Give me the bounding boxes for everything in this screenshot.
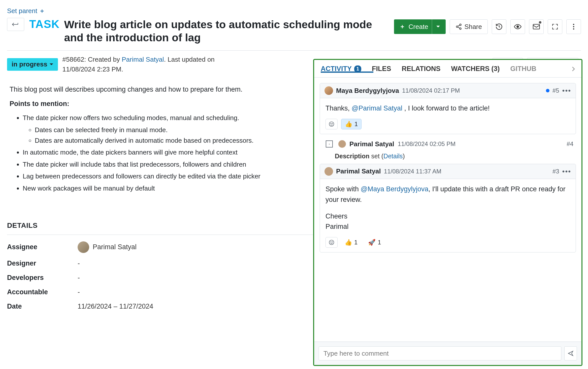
- thumbs-up-icon: 👍: [345, 121, 352, 128]
- share-label: Share: [465, 23, 482, 31]
- reaction-chip[interactable]: 👍 1: [341, 237, 361, 247]
- create-button[interactable]: Create: [394, 19, 446, 34]
- kebab-icon: [573, 24, 574, 30]
- activity-panel: ACTIVITY 1 FILES RELATIONS WATCHERS (3) …: [313, 59, 582, 366]
- system-sequence[interactable]: #4: [567, 140, 573, 147]
- developers-label: Developers: [7, 274, 78, 282]
- comment-text: Thanks,: [325, 104, 352, 112]
- created-by-label: Created by: [88, 56, 120, 63]
- comment-text: Spoke with: [325, 185, 361, 193]
- svg-point-8: [329, 122, 334, 126]
- header-divider: [7, 50, 581, 51]
- avatar: [338, 140, 346, 148]
- create-dropdown-toggle[interactable]: [432, 19, 444, 34]
- smiley-icon: [329, 240, 334, 245]
- avatar: [324, 167, 333, 176]
- status-dropdown[interactable]: in progress: [7, 58, 58, 71]
- designer-value: -: [78, 260, 80, 267]
- svg-point-11: [329, 240, 334, 245]
- smiley-icon: [329, 121, 334, 127]
- chevron-right-icon: [572, 66, 575, 71]
- activity-system-entry: ◦ Parimal Satyal 11/08/2024 02:05 PM #4 …: [320, 138, 576, 164]
- comment-sequence[interactable]: #3: [552, 168, 559, 175]
- tab-files[interactable]: FILES: [372, 65, 391, 73]
- system-author[interactable]: Parimal Satyal: [349, 140, 394, 148]
- comment-timestamp: 11/08/2024 02:17 PM: [402, 87, 460, 94]
- mention-link[interactable]: @Parimal Satyal: [352, 104, 402, 112]
- activity-comment: Parimal Satyal 11/08/2024 11:37 AM #3 ••…: [320, 164, 576, 252]
- mention-link[interactable]: @Maya Berdygylyjova: [361, 185, 429, 193]
- tab-relations[interactable]: RELATIONS: [402, 65, 441, 73]
- svg-point-10: [332, 123, 333, 124]
- reaction-count: 1: [378, 239, 381, 246]
- history-icon: [495, 23, 503, 30]
- work-package-id: #58662: [62, 56, 84, 63]
- comment-sequence[interactable]: #5: [552, 87, 559, 94]
- svg-point-3: [517, 26, 519, 28]
- last-updated-label: Last updated on: [168, 56, 215, 63]
- accountable-value: -: [78, 288, 80, 296]
- system-text: ): [403, 153, 405, 160]
- send-icon: [568, 350, 574, 356]
- date-label: Date: [7, 303, 78, 310]
- comment-more-button[interactable]: •••: [562, 167, 571, 175]
- description-change-icon: ◦: [326, 140, 333, 147]
- plus-icon: [400, 24, 405, 29]
- assignee-value: Parimal Satyal: [93, 243, 137, 251]
- back-button[interactable]: [7, 18, 24, 31]
- svg-point-7: [573, 28, 574, 30]
- share-icon: [455, 23, 462, 30]
- comment-input[interactable]: [319, 346, 561, 360]
- comment-text: Parimal: [325, 222, 570, 232]
- reaction-chip[interactable]: 🚀 1: [365, 237, 384, 247]
- send-comment-button[interactable]: [564, 346, 577, 360]
- svg-point-0: [460, 24, 461, 26]
- thumbs-up-icon: 👍: [345, 239, 352, 246]
- type-badge: TASK: [29, 18, 60, 44]
- tab-github[interactable]: GITHUB: [510, 65, 537, 73]
- add-reaction-button[interactable]: [325, 237, 338, 248]
- system-timestamp: 11/08/2024 02:05 PM: [398, 140, 456, 147]
- activity-comment: Maya Berdygylyjova 11/08/2024 02:17 PM #…: [320, 83, 576, 134]
- svg-point-2: [460, 28, 461, 29]
- watch-button[interactable]: [510, 19, 525, 34]
- svg-point-12: [331, 242, 331, 242]
- share-button[interactable]: Share: [450, 19, 488, 34]
- add-reaction-button[interactable]: [325, 119, 338, 129]
- reaction-count: 1: [354, 239, 357, 246]
- avatar: [324, 86, 333, 95]
- eye-icon: [514, 24, 521, 29]
- assignee-label: Assignee: [7, 243, 78, 251]
- tabs-scroll-right[interactable]: [572, 66, 575, 71]
- date-value: 11/26/2024 – 11/27/2024: [78, 303, 153, 310]
- meta-info: #58662: Created by Parimal Satyal. Last …: [62, 55, 215, 74]
- svg-point-6: [573, 26, 574, 27]
- comment-timestamp: 11/08/2024 11:37 AM: [384, 168, 441, 175]
- create-label: Create: [409, 23, 428, 31]
- tab-underline: [321, 71, 373, 73]
- notification-button[interactable]: [529, 19, 544, 34]
- created-by-link[interactable]: Parimal Satyal: [122, 56, 164, 63]
- developers-value: -: [78, 274, 80, 282]
- system-text: set (: [370, 153, 384, 160]
- back-arrow-icon: [11, 22, 20, 27]
- activity-history-button[interactable]: [492, 19, 506, 34]
- set-parent-link[interactable]: Set parent: [7, 7, 581, 15]
- comment-author[interactable]: Parimal Satyal: [336, 167, 381, 175]
- page-title[interactable]: Write blog article on updates to automat…: [64, 18, 389, 44]
- system-field: Description: [335, 153, 370, 160]
- comment-more-button[interactable]: •••: [562, 87, 571, 95]
- more-menu-button[interactable]: [566, 19, 581, 34]
- comment-text: Cheers: [325, 211, 570, 222]
- accountable-label: Accountable: [7, 288, 78, 296]
- unread-dot-icon: [546, 89, 549, 92]
- fullscreen-button[interactable]: [548, 19, 562, 34]
- reaction-chip[interactable]: 👍 1: [341, 119, 362, 129]
- tab-watchers[interactable]: WATCHERS (3): [451, 65, 500, 73]
- chevron-down-icon: [436, 25, 440, 28]
- plus-icon: [39, 8, 45, 14]
- comment-author[interactable]: Maya Berdygylyjova: [336, 87, 399, 95]
- details-link[interactable]: Details: [383, 153, 403, 160]
- set-parent-label: Set parent: [7, 7, 37, 15]
- avatar: [78, 241, 89, 253]
